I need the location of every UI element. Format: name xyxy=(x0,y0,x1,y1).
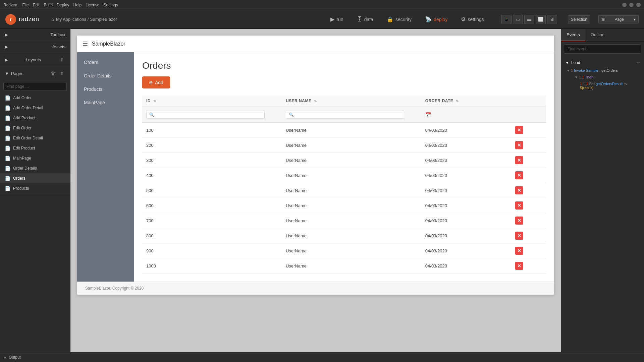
right-panel-tabs: Events Outline xyxy=(561,29,644,42)
nav-security[interactable]: 🔒 security xyxy=(384,15,414,24)
view-tablet-portrait-icon[interactable]: ▭ xyxy=(513,15,523,24)
delete-row-button[interactable]: ✕ xyxy=(515,247,523,255)
assets-header[interactable]: ▶ Assets xyxy=(0,41,70,53)
settings-label: settings xyxy=(468,17,484,22)
page-label-add-product: Add Product xyxy=(13,116,35,120)
cell-date: 04/03/2020 xyxy=(421,243,511,258)
menu-license[interactable]: License xyxy=(86,3,99,7)
cell-delete: ✕ xyxy=(511,138,546,153)
cell-delete: ✕ xyxy=(511,122,546,138)
view-wide-icon[interactable]: ⬜ xyxy=(536,15,546,24)
page-item-products[interactable]: 📄 Products xyxy=(0,183,70,193)
layouts-label: Layouts xyxy=(26,57,41,62)
delete-page-button[interactable]: 🗑 xyxy=(49,70,57,77)
find-event-input[interactable] xyxy=(564,44,641,54)
page-item-mainpage[interactable]: 📄 MainPage xyxy=(0,153,70,163)
close-button[interactable] xyxy=(636,3,641,7)
menu-help[interactable]: Help xyxy=(73,3,82,7)
load-section-header[interactable]: ▼ Load ✏ xyxy=(564,58,641,67)
menu-edit[interactable]: Edit xyxy=(33,3,40,7)
output-toggle[interactable]: ▲ Output xyxy=(3,355,21,360)
app-title-preview: SampleBlazor xyxy=(92,41,125,47)
nav-settings[interactable]: ⚙ settings xyxy=(458,15,486,24)
logo-area: r radzen xyxy=(5,14,39,25)
page-item-add-order-detail[interactable]: 📄 Add Order Detail xyxy=(0,103,70,113)
selection-label: Selection xyxy=(571,17,587,22)
restore-button[interactable] xyxy=(629,3,634,7)
menu-deploy[interactable]: Deploy xyxy=(57,3,69,7)
selection-dropdown[interactable]: Selection xyxy=(568,15,590,23)
delete-row-button[interactable]: ✕ xyxy=(515,201,523,209)
app-nav-products[interactable]: Products xyxy=(77,82,134,96)
view-mobile-icon[interactable]: 📱 xyxy=(501,15,512,24)
delete-row-button[interactable]: ✕ xyxy=(515,156,523,164)
add-button[interactable]: ⊕ Add xyxy=(142,76,170,88)
col-header-id[interactable]: ID ⇅ xyxy=(142,95,282,107)
page-item-orders[interactable]: 📄 Orders xyxy=(0,173,70,183)
page-label-mainpage: MainPage xyxy=(13,156,31,161)
app-nav-mainpage[interactable]: MainPage xyxy=(77,96,134,109)
edit-load-icon[interactable]: ✏ xyxy=(637,60,640,65)
right-panel: Events Outline ▼ Load ✏ ▼ 1 Invoke Sampl… xyxy=(561,29,644,352)
cell-date: 04/03/2020 xyxy=(421,228,511,243)
app-nav-order-details[interactable]: Order Details xyxy=(77,69,134,82)
tab-outline[interactable]: Outline xyxy=(585,29,610,41)
find-page-input[interactable] xyxy=(3,82,67,91)
filter-cell-id xyxy=(142,107,282,122)
filter-id-input[interactable] xyxy=(146,111,265,119)
chevron-down-icon-load: ▼ xyxy=(565,60,569,65)
col-header-username[interactable]: USER NAME ⇅ xyxy=(282,95,421,107)
page-item-add-product[interactable]: 📄 Add Product xyxy=(0,113,70,123)
page-item-edit-product[interactable]: 📄 Edit Product xyxy=(0,143,70,153)
nav-data[interactable]: 🗄 data xyxy=(354,15,376,24)
page-dropdown[interactable]: ⊞ Page ▾ xyxy=(598,15,639,23)
calendar-icon: 📅 xyxy=(425,112,431,117)
page-item-order-details[interactable]: 📄 Order Details xyxy=(0,163,70,173)
delete-row-button[interactable]: ✕ xyxy=(515,262,523,270)
tab-events[interactable]: Events xyxy=(561,29,585,41)
col-header-actions xyxy=(511,95,546,107)
cell-id: 200 xyxy=(142,138,282,153)
col-header-orderdate[interactable]: ORDER DATE ⇅ xyxy=(421,95,511,107)
nav-run[interactable]: ▶ run xyxy=(328,15,346,24)
menu-build[interactable]: Build xyxy=(44,3,53,7)
delete-row-button[interactable]: ✕ xyxy=(515,217,523,225)
page-item-add-order[interactable]: 📄 Add Order xyxy=(0,93,70,103)
breadcrumb-home-icon[interactable]: ⌂ xyxy=(51,17,54,22)
filter-username-input[interactable] xyxy=(286,111,404,119)
canvas-area: ☰ SampleBlazor Orders Order Details Prod… xyxy=(70,29,561,352)
left-sidebar: ▶ Toolbox ▶ Assets ▶ Layouts ⇧ ▼ xyxy=(0,29,70,352)
chevron-down-icon-pages: ▼ xyxy=(5,71,9,76)
add-button-label: Add xyxy=(155,80,163,85)
pages-actions: 🗑 ⇧ xyxy=(49,70,65,77)
delete-row-button[interactable]: ✕ xyxy=(515,232,523,240)
load-label: Load xyxy=(571,60,580,65)
add-page-button[interactable]: ⇧ xyxy=(59,70,65,77)
nav-deploy[interactable]: 📡 deploy xyxy=(422,15,450,24)
set-number: 1.1.1 xyxy=(580,82,589,86)
layouts-header[interactable]: ▶ Layouts ⇧ xyxy=(0,53,70,66)
table-row: 800 UserName 04/03/2020 ✕ xyxy=(142,228,546,243)
menu-settings[interactable]: Settings xyxy=(104,3,118,7)
minimize-button[interactable] xyxy=(622,3,627,7)
delete-row-button[interactable]: ✕ xyxy=(515,126,523,134)
app-nav-orders[interactable]: Orders xyxy=(77,56,134,69)
page-item-edit-order-detail[interactable]: 📄 Edit Order Detail xyxy=(0,133,70,143)
delete-row-button[interactable]: ✕ xyxy=(515,186,523,194)
cell-id: 1000 xyxy=(142,258,282,274)
cell-id: 500 xyxy=(142,183,282,198)
delete-row-button[interactable]: ✕ xyxy=(515,171,523,179)
delete-row-button[interactable]: ✕ xyxy=(515,141,523,149)
page-item-edit-order[interactable]: 📄 Edit Order xyxy=(0,123,70,133)
view-tablet-landscape-icon[interactable]: ▬ xyxy=(524,15,534,24)
set-keyword: Set xyxy=(589,82,596,86)
hamburger-icon[interactable]: ☰ xyxy=(83,40,88,48)
layouts-export-button[interactable]: ⇧ xyxy=(59,56,65,63)
load-section: ▼ Load ✏ ▼ 1 Invoke Sample . getOrders ▼… xyxy=(564,58,641,91)
col-orderdate-label: ORDER DATE xyxy=(425,99,453,103)
view-full-icon[interactable]: 🖥 xyxy=(547,15,557,24)
data-label: data xyxy=(364,17,373,22)
toolbox-header[interactable]: ▶ Toolbox xyxy=(0,29,70,41)
pages-header[interactable]: ▼ Pages 🗑 ⇧ xyxy=(0,67,70,80)
menu-file[interactable]: File xyxy=(22,3,29,7)
